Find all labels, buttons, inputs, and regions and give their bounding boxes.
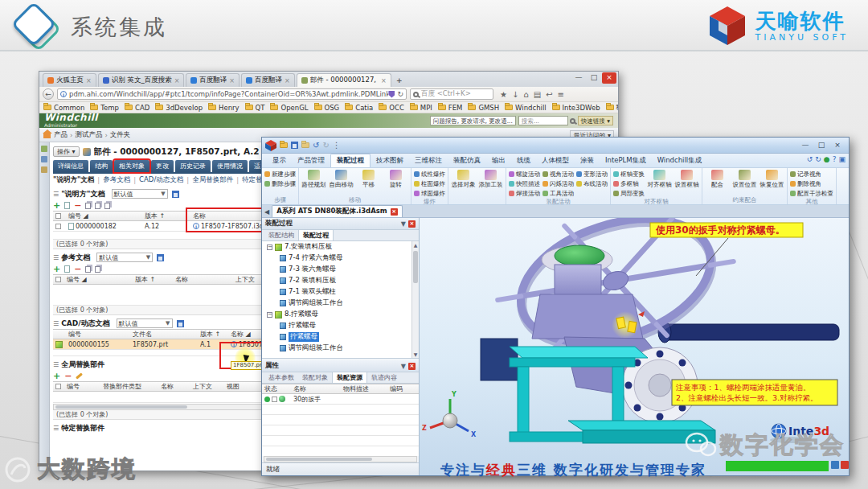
save-view-icon[interactable] — [157, 254, 164, 261]
bookmark-item[interactable]: OCC — [379, 104, 404, 112]
ribbon-button[interactable]: 线性爆炸 — [414, 170, 445, 179]
browser-tab[interactable]: 识别 英文_百度搜索× — [98, 73, 185, 87]
bookmark-item[interactable]: QT — [245, 104, 265, 112]
back-button[interactable]: ← — [43, 88, 54, 100]
add-icon[interactable]: + — [53, 265, 60, 273]
ribbon-button[interactable]: 配置干涉检查 — [790, 189, 833, 198]
ribbon-button[interactable]: 焊接活动 — [509, 189, 540, 198]
table-row[interactable] — [262, 446, 419, 456]
panel-tab[interactable]: 基本参数 — [264, 372, 298, 383]
windchill-search-input[interactable]: 搜索... — [518, 116, 568, 125]
add-icon[interactable]: + — [53, 372, 60, 380]
window-control-button[interactable]: × — [602, 72, 616, 84]
bookmark-item[interactable]: OpenGL — [270, 104, 308, 112]
tree-item[interactable]: 拧紧螺母 — [262, 320, 419, 331]
window-control-button[interactable]: □ — [813, 140, 829, 151]
nav-icon[interactable]: ★ — [500, 90, 507, 99]
undo-icon[interactable]: ↺ — [313, 141, 319, 150]
redo-icon[interactable]: ↻ — [322, 141, 329, 150]
ribbon-tab[interactable]: 涂装 — [575, 154, 600, 167]
window-control-button[interactable]: — — [571, 72, 586, 84]
table-row[interactable] — [262, 415, 419, 425]
ribbon-button[interactable]: 变形活动 — [576, 170, 608, 179]
ribbon-button[interactable]: 自由移动 — [329, 170, 354, 189]
checkbox[interactable] — [55, 384, 61, 389]
table-row[interactable] — [262, 425, 419, 436]
pipe-part[interactable] — [662, 324, 839, 340]
window-control-button[interactable]: × — [829, 140, 845, 151]
windchill-search-icon[interactable] — [570, 118, 575, 124]
bookmark-item[interactable]: Catia — [345, 104, 373, 112]
breadcrumb-item[interactable]: 文件夹 — [110, 130, 131, 140]
breadcrumb-item[interactable]: 产品 — [54, 130, 68, 140]
ribbon-button[interactable]: 添加工装 — [478, 170, 503, 189]
breadcrumb-item[interactable]: 测试产品 — [75, 130, 102, 140]
tree-item[interactable]: 7-2 装填料压板 — [262, 275, 419, 286]
ribbon-tab[interactable]: 人体模型 — [536, 154, 575, 167]
ribbon-button[interactable]: 配合 — [705, 170, 730, 189]
site-info-icon[interactable] — [60, 91, 67, 97]
h-scrollbar[interactable] — [53, 404, 294, 410]
mini-icon[interactable] — [841, 461, 849, 469]
scroll-left-icon[interactable]: ◀ — [264, 208, 269, 216]
ribbon-tab[interactable]: 线缆 — [511, 154, 536, 167]
bookmark-item[interactable]: Windchill — [505, 104, 547, 112]
ribbon-button[interactable]: 柱面爆炸 — [414, 179, 445, 188]
nav-icon[interactable]: ↩ — [546, 90, 552, 99]
tab-close-icon[interactable]: × — [229, 77, 235, 84]
windchill-subtab[interactable]: 参考文档 — [103, 175, 130, 185]
breadcrumb[interactable]: 产品›测试产品›文件夹 — [54, 130, 130, 140]
save-view-icon[interactable] — [177, 320, 184, 327]
close-panel-icon[interactable]: × — [408, 363, 416, 370]
search-placeholder[interactable]: 百度 <Ctrl+K> — [421, 89, 471, 99]
mobile-bookmarks[interactable]: 移动版书签 — [606, 103, 618, 113]
ribbon-tab[interactable]: 装配仿真 — [448, 154, 486, 167]
tree-item[interactable]: 调节阀组装工作台 — [262, 343, 419, 354]
url-bar[interactable]: pdm.ahi.com/Windchill/app/#ptc1/tcomp/in… — [57, 88, 407, 100]
remove-icon[interactable]: − — [64, 372, 72, 380]
expander-icon[interactable]: − — [267, 244, 272, 250]
ribbon-button[interactable]: 对齐枢轴 — [647, 170, 672, 189]
bookmark-item[interactable]: 3dDevelop — [155, 104, 203, 112]
windchill-tab[interactable]: 结构 — [90, 160, 113, 172]
ribbon-button[interactable]: 删除视角 — [790, 179, 833, 188]
bookmark-item[interactable]: Common — [43, 104, 84, 112]
ribbon-button[interactable]: 多枢轴 — [613, 179, 645, 188]
v-scrollbar[interactable]: ▲ ▼ — [411, 241, 419, 358]
ribbon-button[interactable]: 局部变换 — [613, 189, 645, 198]
tree-item[interactable]: 调节阀组装工作台 — [262, 298, 419, 309]
ribbon-tab[interactable]: Windchill集成 — [652, 154, 708, 167]
ribbon-button[interactable]: 新建步骤 — [264, 170, 296, 179]
tab-close-icon[interactable]: × — [86, 77, 92, 84]
close-doc-icon[interactable]: × — [391, 208, 398, 216]
ribbon-tab[interactable]: 三维标注 — [409, 154, 448, 167]
remove-icon[interactable]: − — [74, 265, 81, 273]
recent-icon[interactable] — [301, 142, 309, 148]
strip-icon[interactable] — [41, 156, 47, 162]
ribbon-button[interactable]: 恢复位置 — [760, 170, 784, 189]
paste-icon[interactable] — [95, 203, 100, 209]
more-icon[interactable]: ⋮ — [333, 141, 341, 150]
ribbon-tab[interactable]: 显示 — [267, 154, 292, 167]
panel-tab[interactable]: 装配资源 — [332, 372, 367, 383]
url-text[interactable]: pdm.ahi.com/Windchill/app/#ptc1/tcomp/in… — [69, 90, 388, 98]
undo-icon[interactable]: ↺ — [807, 155, 813, 163]
tree-item[interactable]: −8.拧紧螺母 — [262, 309, 419, 320]
table-row[interactable]: 30的扳手 — [262, 394, 419, 405]
tab-close-icon[interactable]: × — [381, 77, 387, 84]
table-row[interactable] — [262, 436, 419, 446]
open-icon[interactable] — [280, 142, 288, 148]
tree-item[interactable]: 拧紧螺母 — [262, 331, 419, 343]
add-icon[interactable]: + — [53, 202, 60, 210]
column-part[interactable] — [555, 265, 601, 298]
paste-icon[interactable] — [95, 266, 100, 273]
document-tab[interactable]: A系列 ATS DN80装配体.i3dAsm × — [272, 205, 402, 217]
browser-tab[interactable]: 百度翻译× — [186, 73, 240, 87]
home-icon[interactable] — [43, 134, 51, 138]
new-doc-icon[interactable] — [64, 202, 70, 209]
windchill-tab[interactable]: 相关对象 — [114, 160, 149, 172]
close-panel-icon[interactable]: × — [408, 220, 416, 228]
nut-part[interactable] — [628, 321, 637, 332]
ribbon-button[interactable]: 删除步骤 — [264, 179, 296, 188]
minimize-ribbon-icon[interactable]: ▣ — [838, 155, 845, 163]
